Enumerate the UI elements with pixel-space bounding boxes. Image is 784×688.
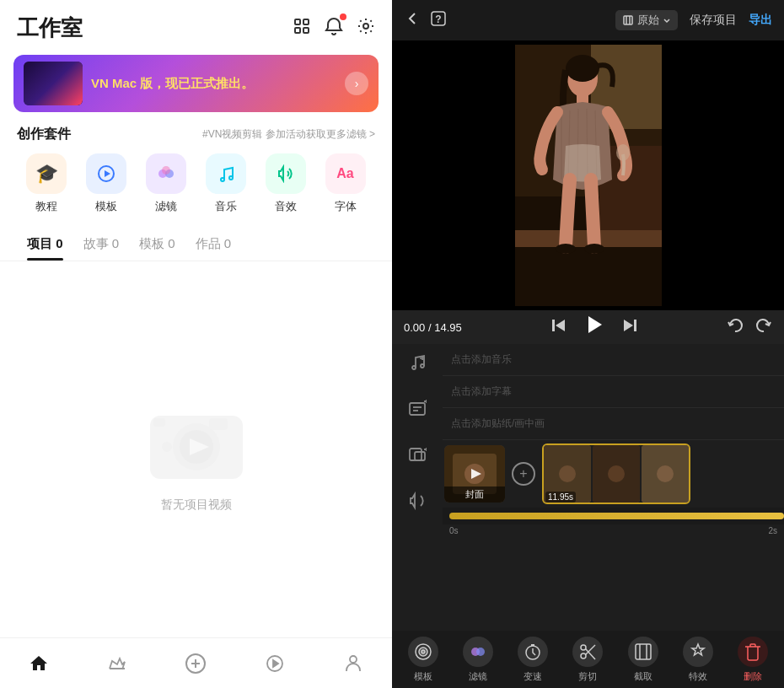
ratio-badge[interactable]: 原始 <box>615 10 678 30</box>
delete-tool-label: 删除 <box>744 670 762 683</box>
page-title: 工作室 <box>17 13 83 43</box>
tab-works[interactable]: 作品 0 <box>185 233 242 261</box>
redo-button[interactable] <box>755 317 772 338</box>
svg-point-10 <box>221 178 224 181</box>
expand-icon[interactable] <box>293 17 311 40</box>
toolbar-template[interactable]: 模板 <box>401 637 445 683</box>
tool-filter[interactable]: 滤镜 <box>146 153 186 214</box>
banner-thumbnail <box>24 62 83 105</box>
toolbar-cut[interactable]: 剪切 <box>566 637 609 683</box>
track-content: 点击添加音乐 点击添加字幕 点击添加贴纸/画中画 <box>443 344 784 631</box>
svg-point-38 <box>616 144 630 161</box>
save-project-button[interactable]: 保存项目 <box>690 13 737 28</box>
clip-thumb-3 <box>642 445 689 503</box>
nav-create[interactable] <box>171 648 220 680</box>
cover-thumbnail[interactable]: 封面 <box>444 445 505 503</box>
tool-tutorial[interactable]: 🎓 教程 <box>26 153 67 214</box>
cut-tool-icon <box>572 637 603 667</box>
nav-discover[interactable] <box>251 648 298 679</box>
tool-filter-label: 滤镜 <box>155 199 177 214</box>
settings-icon[interactable] <box>357 17 375 40</box>
empty-text: 暂无项目视频 <box>161 497 232 513</box>
svg-rect-27 <box>624 16 632 24</box>
track-area: 点击添加音乐 点击添加字幕 点击添加贴纸/画中画 <box>392 344 784 631</box>
toolbar-effect[interactable]: 特效 <box>676 637 720 683</box>
video-preview <box>392 40 784 310</box>
svg-marker-23 <box>273 660 278 667</box>
clip-duration: 11.95s <box>545 492 576 503</box>
sfx-icon <box>266 153 306 194</box>
nav-profile[interactable] <box>330 648 377 679</box>
tab-stories[interactable]: 故事 0 <box>73 233 130 261</box>
svg-point-73 <box>476 648 485 656</box>
extract-tool-label: 截取 <box>634 670 652 683</box>
nav-home[interactable] <box>15 648 62 679</box>
svg-marker-45 <box>624 320 633 331</box>
add-clip-button[interactable]: + <box>512 462 535 486</box>
editor-toolbar: 模板 滤镜 变速 剪切 <box>392 631 784 688</box>
template-tool-icon <box>408 637 438 667</box>
tool-template[interactable]: 模板 <box>86 153 126 214</box>
banner-arrow-icon[interactable]: › <box>345 72 368 95</box>
tab-templates[interactable]: 模板 0 <box>129 233 185 261</box>
help-button[interactable]: ? <box>429 9 448 32</box>
svg-point-68 <box>657 465 674 482</box>
topbar-right: 原始 保存项目 导出 <box>615 10 772 30</box>
skip-back-button[interactable] <box>550 317 567 338</box>
filter-tool-label: 滤镜 <box>469 670 487 683</box>
creation-tools: 🎓 教程 模板 滤镜 <box>0 150 392 228</box>
caption-track[interactable]: 点击添加字幕 <box>443 376 784 408</box>
svg-marker-43 <box>588 316 602 333</box>
undo-redo-controls <box>727 317 772 338</box>
overlay-track[interactable]: 点击添加贴纸/画中画 <box>443 408 784 440</box>
svg-point-40 <box>584 244 604 254</box>
add-music-tool[interactable] <box>408 352 427 375</box>
tool-font[interactable]: Aa 字体 <box>325 153 366 214</box>
timeline-bar <box>449 513 784 519</box>
project-tabs: 项目 0 故事 0 模板 0 作品 0 <box>0 228 392 261</box>
add-overlay-tool[interactable] <box>408 445 427 468</box>
svg-rect-50 <box>410 403 425 415</box>
music-track[interactable]: 点击添加音乐 <box>443 344 784 376</box>
export-button[interactable]: 导出 <box>749 13 772 28</box>
bell-icon[interactable] <box>325 17 343 40</box>
audio-track-tool[interactable] <box>408 492 427 514</box>
speed-tool-icon <box>518 637 548 667</box>
nav-crown[interactable] <box>94 648 141 679</box>
undo-button[interactable] <box>727 317 744 338</box>
add-caption-tool[interactable] <box>408 399 427 422</box>
timeline-controls: 0.00 / 14.95 <box>392 310 784 344</box>
speed-tool-label: 变速 <box>524 670 542 683</box>
toolbar-extract[interactable]: 截取 <box>621 637 665 683</box>
svg-rect-1 <box>303 19 309 24</box>
svg-point-66 <box>608 465 625 482</box>
creation-suite-header: 创作套件 #VN视频剪辑 参加活动获取更多滤镜 > <box>0 122 392 150</box>
timeline-ruler <box>443 508 784 524</box>
tool-sfx[interactable]: 音效 <box>266 153 306 214</box>
toolbar-delete[interactable]: 删除 <box>731 637 775 683</box>
video-silhouette <box>515 45 662 306</box>
cut-tool-label: 剪切 <box>578 670 597 683</box>
svg-marker-42 <box>556 320 565 331</box>
tool-music[interactable]: 音乐 <box>206 153 246 214</box>
video-content <box>515 45 662 306</box>
svg-point-11 <box>229 176 233 180</box>
clip-strip-container: 11.95s <box>542 443 690 504</box>
creation-suite-promo[interactable]: #VN视频剪辑 参加活动获取更多滤镜 > <box>202 127 375 142</box>
skip-forward-button[interactable] <box>622 317 639 338</box>
clip-thumb-2 <box>593 445 640 503</box>
svg-point-36 <box>566 55 599 82</box>
right-panel: ? 原始 保存项目 导出 <box>392 0 784 688</box>
tool-font-label: 字体 <box>335 199 357 214</box>
header-icons <box>293 17 375 40</box>
banner-text: VN Mac 版，现已正式推出。 <box>91 76 345 92</box>
tab-projects[interactable]: 项目 0 <box>17 233 73 261</box>
empty-camera-icon <box>142 386 251 487</box>
topbar-left: ? <box>404 9 448 32</box>
toolbar-filter[interactable]: 滤镜 <box>456 637 500 683</box>
extract-tool-icon <box>628 637 658 667</box>
toolbar-speed[interactable]: 变速 <box>511 637 555 683</box>
play-button[interactable] <box>583 314 605 341</box>
vn-mac-banner[interactable]: VN Mac 版，现已正式推出。 › <box>13 55 379 112</box>
back-button[interactable] <box>404 10 421 31</box>
